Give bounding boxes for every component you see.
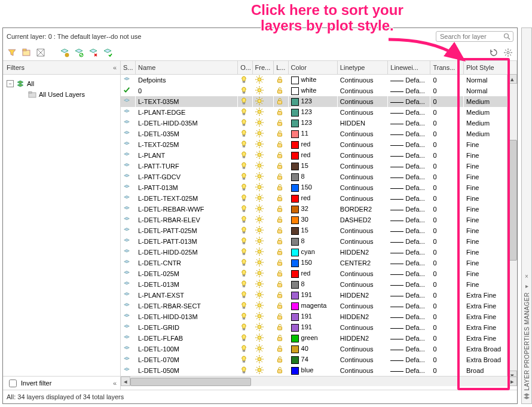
table-cell[interactable] xyxy=(274,139,288,150)
sun-icon[interactable] xyxy=(255,86,264,94)
table-cell[interactable] xyxy=(252,344,274,354)
table-cell[interactable] xyxy=(121,96,135,107)
table-cell[interactable] xyxy=(238,247,252,258)
column-header[interactable]: Name xyxy=(135,61,237,75)
table-row[interactable]: L-DETL-PATT-013M8ContinuousDefa...0Fine xyxy=(121,236,517,247)
sun-icon[interactable] xyxy=(255,344,264,353)
table-cell[interactable]: 123 xyxy=(288,96,337,107)
table-cell[interactable] xyxy=(238,290,252,301)
color-swatch[interactable] xyxy=(291,173,299,181)
table-cell[interactable] xyxy=(121,172,135,182)
table-cell[interactable]: 0 xyxy=(135,85,237,96)
table-cell[interactable]: L-TEXT-035M xyxy=(135,96,237,107)
table-cell[interactable] xyxy=(238,139,252,150)
table-cell[interactable] xyxy=(274,193,288,204)
table-cell[interactable]: 123 xyxy=(288,118,337,128)
table-cell[interactable] xyxy=(252,311,274,322)
table-row[interactable]: L-PATT-GDCV8ContinuousDefa...0Fine xyxy=(121,172,517,182)
table-cell[interactable] xyxy=(121,290,135,301)
color-swatch[interactable] xyxy=(291,367,299,375)
table-row[interactable]: L-DETL-TEXT-025MredContinuousDefa...0Fin… xyxy=(121,193,517,204)
table-cell[interactable]: L-DETL-013M xyxy=(135,279,237,290)
table-cell[interactable]: 191 xyxy=(288,311,337,322)
table-cell[interactable] xyxy=(274,75,288,86)
table-cell[interactable]: L-DETL-REBAR-WWF xyxy=(135,204,237,215)
new-layer-vp-button[interactable] xyxy=(74,47,84,58)
lock-icon[interactable] xyxy=(276,216,283,223)
lock-icon[interactable] xyxy=(276,366,283,374)
table-cell[interactable]: 191 xyxy=(288,290,337,301)
tree-item[interactable]: −All xyxy=(7,78,117,89)
table-cell[interactable]: Defa... xyxy=(388,107,430,118)
column-header[interactable]: L... xyxy=(274,61,288,75)
table-cell[interactable] xyxy=(238,150,252,161)
column-header[interactable]: Fre... xyxy=(252,61,274,75)
bulb-icon[interactable] xyxy=(240,323,247,331)
table-row[interactable]: L-DETL-025MredContinuousDefa...0Fine xyxy=(121,268,517,279)
column-header[interactable]: O... xyxy=(238,61,252,75)
refresh-button[interactable] xyxy=(488,47,499,58)
bulb-icon[interactable] xyxy=(240,140,247,148)
table-cell[interactable]: Defa... xyxy=(388,354,430,365)
table-cell[interactable]: Continuous xyxy=(337,85,387,96)
color-swatch[interactable] xyxy=(291,76,299,84)
table-cell[interactable]: Defa... xyxy=(388,258,430,268)
table-row[interactable]: L-DETL-HIDD-025McyanHIDDEN2Defa...0Fine xyxy=(121,247,517,258)
table-cell[interactable]: Defa... xyxy=(388,172,430,182)
table-cell[interactable]: Defpoints xyxy=(135,75,237,86)
table-cell[interactable] xyxy=(121,322,135,333)
table-cell[interactable]: Defa... xyxy=(388,333,430,344)
table-cell[interactable]: 74 xyxy=(288,354,337,365)
table-cell[interactable]: 0 xyxy=(430,301,464,311)
table-row[interactable]: L-PATT-TURF15ContinuousDefa...0Fine xyxy=(121,161,517,172)
column-header[interactable]: Linetype xyxy=(337,61,387,75)
lock-icon[interactable] xyxy=(276,97,283,105)
table-cell[interactable] xyxy=(274,279,288,290)
table-cell[interactable]: 32 xyxy=(288,204,337,215)
table-cell[interactable]: 0 xyxy=(430,258,464,268)
table-cell[interactable]: Defa... xyxy=(388,128,430,139)
lock-icon[interactable] xyxy=(276,162,283,169)
table-cell[interactable]: 0 xyxy=(430,365,464,376)
table-cell[interactable] xyxy=(252,225,274,236)
sun-icon[interactable] xyxy=(255,194,264,202)
table-cell[interactable]: L-DETL-TEXT-025M xyxy=(135,193,237,204)
table-cell[interactable]: L-PLANT-EXST xyxy=(135,290,237,301)
lock-icon[interactable] xyxy=(276,76,283,83)
table-cell[interactable]: Continuous xyxy=(337,236,387,247)
table-cell[interactable]: 0 xyxy=(430,150,464,161)
table-cell[interactable]: L-DETL-HIDD-025M xyxy=(135,247,237,258)
collapse-filters-button[interactable]: « xyxy=(113,64,117,71)
bulb-icon[interactable] xyxy=(240,366,247,374)
lock-icon[interactable] xyxy=(276,140,283,148)
tree-expand-icon[interactable]: − xyxy=(7,80,14,87)
table-cell[interactable]: 0 xyxy=(430,128,464,139)
table-cell[interactable]: Continuous xyxy=(337,75,387,86)
scroll-right-icon[interactable]: ▸ xyxy=(507,377,517,386)
table-cell[interactable] xyxy=(238,268,252,279)
table-cell[interactable] xyxy=(274,118,288,128)
table-cell[interactable]: 0 xyxy=(430,333,464,344)
table-cell[interactable]: Continuous xyxy=(337,172,387,182)
table-cell[interactable] xyxy=(252,182,274,193)
sun-icon[interactable] xyxy=(255,247,264,256)
table-row[interactable]: L-DETL-PATT-025M15ContinuousDefa...0Fine xyxy=(121,225,517,236)
table-row[interactable]: L-PLANT-EXST191HIDDEN2Defa...0Extra Fine xyxy=(121,290,517,301)
bulb-icon[interactable] xyxy=(240,302,247,309)
sun-icon[interactable] xyxy=(255,97,264,105)
table-cell[interactable] xyxy=(274,107,288,118)
table-row[interactable]: L-DETL-035M11ContinuousDefa...0Medium xyxy=(121,128,517,139)
sun-icon[interactable] xyxy=(255,301,264,310)
table-cell[interactable] xyxy=(121,139,135,150)
lock-icon[interactable] xyxy=(276,313,283,320)
bulb-icon[interactable] xyxy=(240,227,247,234)
tree-item[interactable]: All Used Layers xyxy=(7,89,117,100)
bulb-icon[interactable] xyxy=(240,313,247,320)
table-cell[interactable]: Defa... xyxy=(388,279,430,290)
table-cell[interactable] xyxy=(121,150,135,161)
sun-icon[interactable] xyxy=(255,118,264,127)
lock-icon[interactable] xyxy=(276,173,283,180)
sun-icon[interactable] xyxy=(255,183,264,191)
table-cell[interactable] xyxy=(274,247,288,258)
table-cell[interactable]: CENTER2 xyxy=(337,258,387,268)
